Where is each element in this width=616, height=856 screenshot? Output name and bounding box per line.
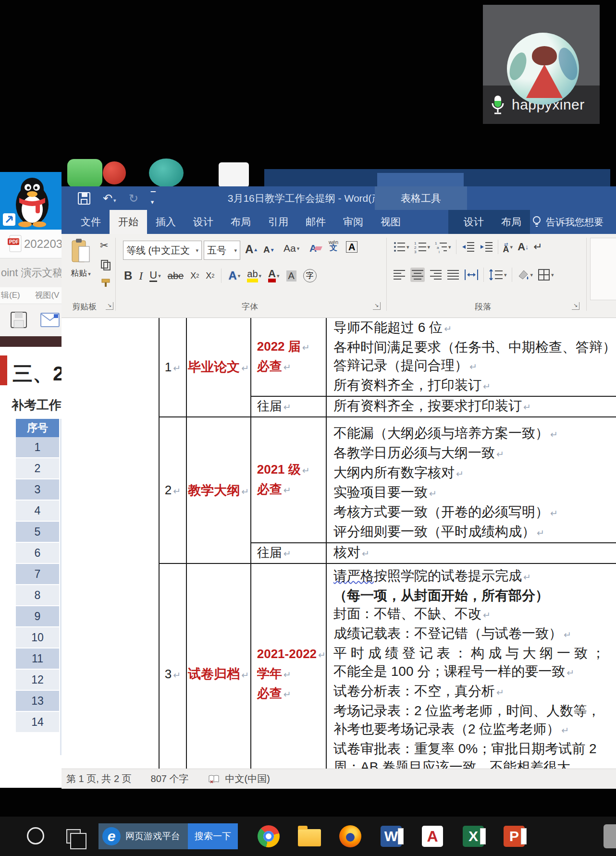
slide-table-row: 3 <box>16 479 59 501</box>
distribute-button[interactable] <box>464 269 479 281</box>
numbering-button[interactable]: 123 ▾ <box>414 241 431 253</box>
shading-button[interactable]: ▾ <box>517 269 533 281</box>
ribbon-tab-3[interactable]: 设计 <box>185 210 222 234</box>
firefox-taskbar-button[interactable] <box>339 825 362 848</box>
shrink-font-button[interactable]: A▼ <box>263 245 275 255</box>
word-title-bar[interactable]: ↶▾ ↻ ▔▾ 3月16日教学工作会提纲 - Word(产... 表格工具 <box>62 186 616 210</box>
folder-icon <box>298 829 321 846</box>
qq-icon[interactable] <box>12 175 53 228</box>
mail-icon[interactable] <box>40 313 60 327</box>
language-indicator[interactable]: 中文(中国) <box>225 772 270 785</box>
paragraph-dialog-launcher[interactable]: ↘ <box>572 302 579 310</box>
slide-table-row: 1 <box>16 437 59 458</box>
video-call-tile[interactable]: happyxiner <box>483 5 600 124</box>
cortana-button[interactable] <box>27 827 44 844</box>
ribbon-tab-0[interactable]: 文件 <box>72 210 110 234</box>
file-explorer-taskbar-button[interactable] <box>298 825 321 848</box>
font-color-button[interactable]: A▾ <box>268 269 279 282</box>
previous-years-requirements-cell: 所有资料齐全，按要求打印装订↵ <box>326 396 616 417</box>
show-hide-marks-button[interactable]: ↵ <box>533 241 542 253</box>
tray-window-stub[interactable] <box>604 824 616 848</box>
excel-taskbar-button[interactable]: X <box>462 825 485 848</box>
text-effects-button[interactable]: A▾ <box>228 269 240 282</box>
menu-view[interactable]: 视图(V <box>35 291 59 300</box>
tell-me-box[interactable]: 告诉我您想要 <box>531 210 604 234</box>
styles-gallery-edge[interactable] <box>590 238 616 300</box>
powerpoint-taskbar-button[interactable]: P <box>503 825 526 848</box>
align-center-button[interactable] <box>410 268 425 282</box>
subscript-button[interactable]: X2 <box>190 271 199 281</box>
bold-button[interactable]: B <box>124 269 132 282</box>
proofing-icon[interactable] <box>208 774 220 784</box>
ribbon-tab-2[interactable]: 插入 <box>147 210 185 234</box>
previous-years-tag-cell: 往届↵ <box>251 543 326 563</box>
italic-button[interactable]: I <box>139 269 143 282</box>
desktop-icon-green[interactable] <box>67 159 102 187</box>
pdf-window-title[interactable]: PDF 202203 <box>0 230 62 258</box>
underline-button[interactable]: U▾ <box>149 270 160 282</box>
font-dialog-launcher[interactable]: ↘ <box>373 302 381 310</box>
doc-line: 考核方式要一致（开卷的必须写明）↵ <box>333 503 616 523</box>
superscript-button[interactable]: X2 <box>206 271 214 281</box>
word-count[interactable]: 807 个字 <box>151 772 189 785</box>
desktop-icon-teal[interactable] <box>149 159 184 187</box>
decrease-indent-button[interactable] <box>461 241 475 253</box>
copy-button[interactable] <box>100 259 111 272</box>
desktop-icon-red[interactable] <box>103 161 126 184</box>
format-painter-icon <box>100 278 111 288</box>
word-taskbar-button[interactable]: W <box>380 825 403 848</box>
screen: happyxiner <box>0 0 616 856</box>
format-painter-button[interactable] <box>100 278 111 290</box>
document-page[interactable]: 1↵毕业论文↵2022 届↵必查↵导师不能超过 6 位↵各种时间满足要求（任务书… <box>62 318 616 769</box>
search-button[interactable]: 搜索一下 <box>188 823 238 849</box>
ribbon-tab-8[interactable]: 视图 <box>372 210 409 234</box>
customize-qat-button[interactable]: ▔▾ <box>151 191 156 206</box>
ppt-window-title[interactable]: oint 演示文稿 <box>0 258 62 287</box>
redo-button[interactable]: ↻ <box>129 192 138 205</box>
character-shading-button[interactable]: A <box>286 270 296 281</box>
desktop-area <box>0 172 62 230</box>
paste-button[interactable]: 粘贴▾ <box>65 238 96 288</box>
sort-button[interactable]: A↓ <box>517 241 529 253</box>
undo-button[interactable]: ↶▾ <box>103 192 116 205</box>
save-icon[interactable] <box>10 311 28 329</box>
document-table[interactable]: 1↵毕业论文↵2022 届↵必查↵导师不能超过 6 位↵各种时间满足要求（任务书… <box>159 318 616 769</box>
character-border-button[interactable]: A <box>346 242 357 253</box>
chrome-taskbar-button[interactable] <box>257 825 280 848</box>
page-indicator[interactable]: 第 1 页, 共 2 页 <box>66 772 132 785</box>
task-view-button[interactable] <box>66 829 81 844</box>
highlight-color-button[interactable]: ab▾ <box>247 269 261 282</box>
change-case-button[interactable]: Aa▾ <box>283 243 299 254</box>
table-tools-tab-1[interactable]: 布局 <box>493 210 530 234</box>
line-spacing-button[interactable]: ▾ <box>489 269 507 281</box>
asian-layout-button[interactable]: ⇄A▾ <box>503 242 513 252</box>
clear-formatting-button[interactable]: A <box>309 243 321 254</box>
strikethrough-button[interactable]: abe <box>168 270 184 281</box>
ribbon-tab-6[interactable]: 邮件 <box>297 210 334 234</box>
align-left-button[interactable] <box>393 269 406 281</box>
bullets-button[interactable]: ▾ <box>393 241 409 253</box>
multilevel-list-button[interactable]: 1ai ▾ <box>435 241 451 253</box>
font-size-combobox[interactable]: 五号▾ <box>204 241 240 260</box>
cut-button[interactable]: ✂ <box>100 240 109 251</box>
justify-button[interactable] <box>447 269 459 281</box>
acrobat-taskbar-button[interactable]: A <box>421 825 444 848</box>
borders-button[interactable]: ▾ <box>538 269 554 281</box>
project-cell: 教学大纲↵ <box>186 417 251 563</box>
increase-indent-button[interactable] <box>480 241 493 253</box>
menu-edit[interactable]: 辑(E) <box>1 291 20 300</box>
ribbon-tab-4[interactable]: 布局 <box>222 210 259 234</box>
enclose-characters-button[interactable]: 字 <box>303 269 317 282</box>
table-tools-tab-0[interactable]: 设计 <box>455 210 493 234</box>
ribbon-tab-7[interactable]: 审阅 <box>334 210 372 234</box>
align-right-button[interactable] <box>430 269 442 281</box>
desktop-icon-document[interactable] <box>219 162 249 187</box>
clipboard-dialog-launcher[interactable]: ↘ <box>106 302 113 310</box>
ribbon-tab-5[interactable]: 引用 <box>259 210 297 234</box>
font-name-combobox[interactable]: 等线 (中文正文▾ <box>123 241 202 260</box>
ribbon-tab-1[interactable]: 开始 <box>110 210 147 234</box>
phonetic-guide-button[interactable]: wén文 <box>329 240 338 250</box>
grow-font-button[interactable]: A▲ <box>245 243 258 256</box>
save-button[interactable] <box>78 192 90 205</box>
browser-taskbar-button[interactable]: e 网页游戏平台 搜索一下 <box>99 823 238 849</box>
